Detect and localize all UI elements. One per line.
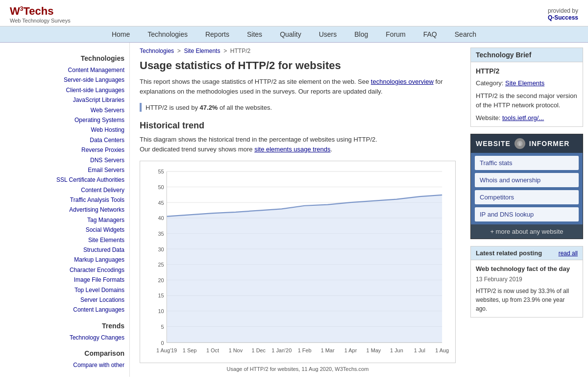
- provided-by-text: provided by: [548, 7, 578, 14]
- nav-item-quality[interactable]: Quality: [271, 26, 310, 42]
- nav-item-reports[interactable]: Reports: [196, 26, 238, 42]
- sidebar-link-social-widgets[interactable]: Social Widgets: [5, 225, 124, 235]
- sidebar-link-markup-languages[interactable]: Markup Languages: [5, 255, 124, 265]
- nav-item-search[interactable]: Search: [446, 26, 485, 42]
- content-wrapper: Technologies Content Management Server-s…: [0, 43, 588, 377]
- svg-text:25: 25: [158, 262, 164, 268]
- sidebar-link-advertising[interactable]: Advertising Networks: [5, 205, 124, 215]
- breadcrumb-sep2: >: [223, 48, 227, 54]
- sidebar: Technologies Content Management Server-s…: [0, 43, 130, 377]
- svg-text:30: 30: [158, 246, 164, 252]
- trend-description: This diagram shows the historical trend …: [140, 135, 456, 154]
- sidebar-link-javascript[interactable]: JavaScript Libraries: [5, 95, 124, 105]
- site-elements-trends-link[interactable]: site elements usage trends: [254, 146, 330, 153]
- logo-techs: Techs: [23, 5, 53, 17]
- nav-item-home[interactable]: Home: [103, 26, 139, 42]
- logo: W3Techs: [10, 5, 71, 18]
- svg-text:1 Aug: 1 Aug: [435, 347, 449, 353]
- sidebar-link-server-locations[interactable]: Server Locations: [5, 295, 124, 305]
- sidebar-link-content-management[interactable]: Content Management: [5, 65, 124, 75]
- wi-item-competitors[interactable]: Competitors: [475, 190, 579, 204]
- trend-desc-2: Our dedicated trend survey shows more: [140, 146, 253, 153]
- sidebar-link-content-delivery[interactable]: Content Delivery: [5, 185, 124, 195]
- sidebar-link-top-level-domains[interactable]: Top Level Domains: [5, 285, 124, 295]
- fact-text: HTTP/2 is now used by 33.3% of all websi…: [476, 287, 578, 313]
- latest-posting: Latest related posting read all Web tech…: [470, 246, 583, 318]
- nav-item-forum[interactable]: Forum: [377, 26, 414, 42]
- nav-item-faq[interactable]: FAQ: [415, 26, 446, 42]
- wi-item-whois[interactable]: Whois and ownership: [475, 173, 579, 187]
- svg-text:1 Aug'19: 1 Aug'19: [156, 347, 177, 353]
- svg-text:1 Apr: 1 Apr: [344, 347, 357, 353]
- sidebar-link-email-servers[interactable]: Email Servers: [5, 165, 124, 175]
- header: W3Techs Web Technology Surveys provided …: [0, 0, 588, 26]
- provided-by: provided by Q-Success: [548, 7, 578, 21]
- category-label: Category:: [476, 79, 503, 87]
- sidebar-link-operating-systems[interactable]: Operating Systems: [5, 115, 124, 125]
- tech-brief-name: HTTP/2: [476, 66, 578, 76]
- breadcrumb-technologies[interactable]: Technologies: [140, 48, 174, 54]
- technologies-overview-link[interactable]: technologies overview: [371, 78, 434, 85]
- breadcrumb-site-elements[interactable]: Site Elements: [184, 48, 220, 54]
- website-url-link[interactable]: tools.ietf.org/...: [502, 114, 544, 122]
- sidebar-link-image-file-formats[interactable]: Image File Formats: [5, 275, 124, 285]
- sidebar-link-web-hosting[interactable]: Web Hosting: [5, 125, 124, 135]
- wi-circle-icon: i: [516, 140, 523, 147]
- wi-website-label: WEBSITE: [476, 140, 511, 147]
- tech-brief: Technology Brief HTTP/2 Category: Site E…: [470, 48, 583, 127]
- logo-area: W3Techs Web Technology Surveys: [10, 5, 71, 24]
- sidebar-link-structured-data[interactable]: Structured Data: [5, 245, 124, 255]
- right-panel: Technology Brief HTTP/2 Category: Site E…: [466, 43, 588, 377]
- sidebar-link-web-servers[interactable]: Web Servers: [5, 105, 124, 115]
- svg-text:1 Jul: 1 Jul: [414, 347, 425, 353]
- svg-text:35: 35: [158, 231, 164, 237]
- sidebar-link-traffic-analysis[interactable]: Traffic Analysis Tools: [5, 195, 124, 205]
- main-content: Technologies > Site Elements > HTTP/2 Us…: [130, 43, 466, 377]
- trend-title: Historical trend: [140, 121, 456, 131]
- sidebar-link-dns-servers[interactable]: DNS Servers: [5, 155, 124, 165]
- nav-item-blog[interactable]: Blog: [345, 26, 377, 42]
- category-value-link[interactable]: Site Elements: [505, 79, 544, 87]
- sidebar-link-data-centers[interactable]: Data Centers: [5, 135, 124, 145]
- breadcrumb-current: HTTP/2: [230, 48, 250, 54]
- q-success-link[interactable]: Q-Success: [548, 14, 578, 21]
- sidebar-link-server-side[interactable]: Server-side Languages: [5, 75, 124, 85]
- latest-posting-content: Web technology fact of the day 13 Februa…: [471, 260, 583, 317]
- wi-circle: i: [514, 138, 525, 149]
- breadcrumb-sep1: >: [177, 48, 181, 54]
- usage-stat: HTTP/2 is used by 47.2% of all the websi…: [140, 103, 456, 112]
- svg-text:1 Oct: 1 Oct: [206, 347, 219, 353]
- wi-informer-label: INFORMER: [529, 140, 570, 147]
- sidebar-link-client-side[interactable]: Client-side Languages: [5, 85, 124, 95]
- nav-item-sites[interactable]: Sites: [238, 26, 271, 42]
- svg-text:1 Nov: 1 Nov: [229, 347, 243, 353]
- sidebar-link-reverse-proxies[interactable]: Reverse Proxies: [5, 145, 124, 155]
- sidebar-technologies-title: Technologies: [5, 54, 124, 62]
- tech-brief-category: Category: Site Elements: [476, 78, 578, 88]
- usage-prefix: HTTP/2 is used by: [146, 104, 198, 111]
- sidebar-link-content-languages[interactable]: Content Languages: [5, 305, 124, 315]
- wi-item-traffic[interactable]: Traffic stats: [475, 156, 579, 170]
- nav-item-technologies[interactable]: Technologies: [139, 26, 196, 42]
- tech-brief-website: Website: tools.ietf.org/...: [476, 113, 578, 123]
- sidebar-link-tag-managers[interactable]: Tag Managers: [5, 215, 124, 225]
- read-all-link[interactable]: read all: [559, 250, 578, 257]
- sidebar-link-ssl[interactable]: SSL Certificate Authorities: [5, 175, 124, 185]
- usage-bar-indicator: [140, 103, 142, 112]
- trend-desc-1: This diagram shows the historical trend …: [140, 136, 377, 143]
- nav-item-users[interactable]: Users: [310, 26, 346, 42]
- latest-posting-heading: Latest related posting: [476, 249, 542, 257]
- wi-header: WEBSITE i INFORMER: [471, 134, 583, 153]
- latest-posting-title: Latest related posting read all: [471, 246, 583, 260]
- website-label: Website:: [476, 114, 500, 122]
- sidebar-link-compare-with-other[interactable]: Compare with other: [5, 360, 124, 370]
- sidebar-link-technology-changes[interactable]: Technology Changes: [5, 333, 124, 343]
- svg-text:1 Dec: 1 Dec: [252, 347, 266, 353]
- trend-desc-3: .: [331, 146, 333, 153]
- sidebar-link-site-elements[interactable]: Site Elements: [5, 235, 124, 245]
- wi-item-ip-dns[interactable]: IP and DNS lookup: [475, 207, 579, 221]
- wi-more-button[interactable]: + more about any website: [471, 224, 583, 239]
- svg-text:1 Feb: 1 Feb: [298, 347, 312, 353]
- sidebar-link-character-encodings[interactable]: Character Encodings: [5, 265, 124, 275]
- wi-widget: WEBSITE i INFORMER Traffic stats Whois a…: [470, 134, 583, 239]
